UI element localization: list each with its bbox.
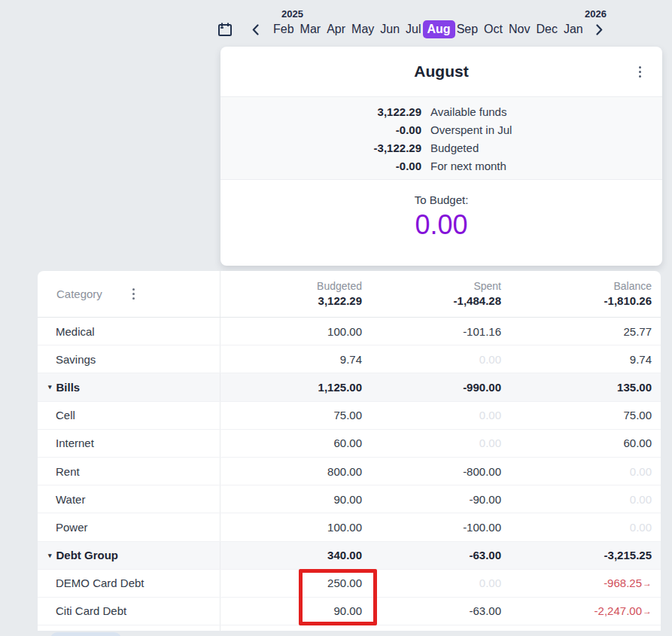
spent-cell[interactable]: 0.00 [368,437,507,449]
balance-cell[interactable]: 0.00 [507,493,661,506]
partial-table-row [38,625,661,631]
budgeted-cell[interactable]: 75.00 [220,409,368,421]
category-cell[interactable]: ▾Bills [38,373,220,400]
month-item-dec[interactable]: Dec [534,20,559,38]
month-item-nov[interactable]: Nov [506,20,532,38]
month-item-apr[interactable]: Apr [324,20,348,38]
spent-cell[interactable]: 0.00 [368,577,507,589]
month-item-feb[interactable]: Feb [271,20,296,38]
to-budget-label: To Budget: [220,193,662,206]
category-cell[interactable]: ▾Debt Group [38,542,220,569]
table-row[interactable]: Power100.00-100.000.00 [38,513,661,541]
category-cell[interactable]: Savings [38,345,220,373]
budgeted-cell[interactable]: 800.00 [220,465,368,478]
month-item-may[interactable]: May [349,20,376,38]
budgeted-cell[interactable]: 60.00 [220,437,368,449]
column-header-balance[interactable]: Balance-1,810.26 [507,271,661,317]
table-row[interactable]: DEMO Card Debt250.000.00-968.25→ [38,570,661,598]
category-name: Water [56,493,85,506]
spent-cell[interactable]: 0.00 [368,409,507,421]
budgeted-cell[interactable]: 250.00 [220,577,368,589]
table-row-group[interactable]: ▾Bills1,125.00-990.00135.00 [38,373,661,401]
budgeted-cell[interactable]: 9.74 [220,353,368,366]
balance-cell[interactable]: -968.25→ [507,577,661,589]
balance-value: 135.00 [617,381,652,394]
table-row[interactable]: Savings9.740.009.74 [38,345,661,373]
balance-cell[interactable]: 60.00 [507,437,661,449]
month-item-jul[interactable]: Jul [403,20,423,38]
month-item-sep[interactable]: Sep [455,20,480,38]
category-cell[interactable]: Rent [38,458,220,485]
chevron-right-icon [596,24,603,35]
to-budget-value[interactable]: 0.00 [220,210,662,240]
carryover-arrow-icon: → [643,607,652,616]
table-menu-button[interactable] [131,287,136,301]
category-cell[interactable]: Cell [38,402,220,429]
category-name: DEMO Card Debt [56,577,144,589]
month-item-jan[interactable]: Jan [561,20,585,38]
month-card-header: August [220,47,662,96]
balance-cell[interactable]: -2,247.00→ [507,604,661,617]
spent-cell[interactable]: -990.00 [368,381,507,394]
spent-cell[interactable]: -90.00 [368,493,507,506]
category-cell[interactable]: Internet [38,430,220,457]
spent-cell[interactable]: -63.00 [368,549,507,561]
card-menu-button[interactable] [637,65,643,79]
summary-value: 3,122.29 [220,103,421,121]
category-cell[interactable]: Medical [38,318,220,345]
balance-cell[interactable]: 75.00 [507,409,661,421]
category-name: Cell [56,409,75,421]
collapse-triangle-icon[interactable]: ▾ [48,383,52,391]
balance-cell[interactable]: 25.77 [507,325,661,338]
budgeted-cell[interactable]: 90.00 [220,604,368,617]
table-row-group[interactable]: ▾Debt Group340.00-63.00-3,215.25 [38,542,661,570]
balance-cell[interactable]: 0.00 [507,521,661,534]
chevron-left-icon [252,24,259,35]
budgeted-cell[interactable]: 90.00 [220,493,368,506]
balance-cell[interactable]: 9.74 [507,353,661,366]
budget-table: Category Budgeted3,122.29 Spent-1,484.28… [38,271,661,631]
table-row[interactable]: Citi Card Debt90.00-63.00-2,247.00→ [38,598,661,625]
summary-row: -0.00For next month [220,157,662,175]
partial-button[interactable] [50,632,121,636]
month-navigation: FebMarAprMayJunJulAugSepOctNovDecJan [217,20,605,38]
budgeted-cell[interactable]: 100.00 [220,521,368,534]
table-row[interactable]: Water90.00-90.000.00 [38,485,661,513]
collapse-triangle-icon[interactable]: ▾ [48,552,52,559]
column-header-budgeted[interactable]: Budgeted3,122.29 [220,271,368,317]
month-item-oct[interactable]: Oct [482,20,505,38]
month-item-mar[interactable]: Mar [298,20,324,38]
table-row[interactable]: Medical100.00-101.1625.77 [38,318,661,345]
column-header-label: Budgeted [317,279,362,294]
month-item-jun[interactable]: Jun [378,20,402,38]
next-month-button[interactable] [594,20,605,38]
category-header-label: Category [56,288,102,300]
budgeted-cell[interactable]: 1,125.00 [220,381,368,394]
balance-cell[interactable]: 135.00 [507,381,661,394]
table-row[interactable]: Cell75.000.0075.00 [38,402,661,430]
year-label-left: 2025 [281,8,303,20]
table-row[interactable]: Internet60.000.0060.00 [38,430,661,458]
budgeted-cell[interactable]: 340.00 [220,549,368,561]
category-cell[interactable]: Water [38,485,220,513]
summary-label: Available funds [430,103,662,121]
month-item-aug-selected[interactable]: Aug [423,20,455,38]
funds-summary: 3,122.29Available funds-0.00Overspent in… [220,96,662,180]
spent-cell[interactable]: -63.00 [368,604,507,617]
balance-cell[interactable]: 0.00 [507,465,661,478]
spent-cell[interactable]: -101.16 [368,325,507,338]
spent-cell[interactable]: -100.00 [368,521,507,534]
category-name: Savings [56,353,96,366]
table-row[interactable]: Rent800.00-800.000.00 [38,458,661,485]
budgeted-cell[interactable]: 100.00 [220,325,368,338]
calendar-button[interactable] [217,20,233,38]
spent-cell[interactable]: 0.00 [368,353,507,366]
prev-month-button[interactable] [250,20,260,38]
category-cell[interactable]: Citi Card Debt [38,598,220,625]
spent-cell[interactable]: -800.00 [368,465,507,478]
category-cell[interactable]: DEMO Card Debt [38,570,220,597]
category-cell[interactable]: Power [38,513,220,540]
balance-cell[interactable]: -3,215.25 [507,549,661,561]
column-header-spent[interactable]: Spent-1,484.28 [368,271,507,317]
summary-label: Budgeted [430,139,662,157]
